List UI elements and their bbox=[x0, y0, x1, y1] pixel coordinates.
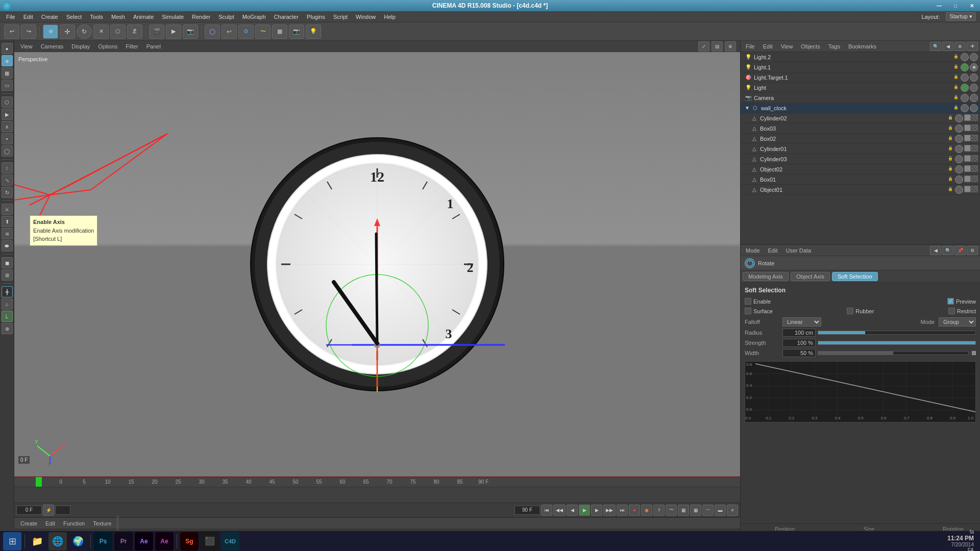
menu-help[interactable]: Help bbox=[380, 13, 400, 21]
wallclock-lock[interactable]: 🔒 bbox=[952, 104, 960, 111]
edge-select[interactable]: ∧ bbox=[2, 121, 13, 132]
after-effects-2-btn[interactable]: Ae bbox=[155, 532, 174, 550]
next-frame[interactable]: ▶▶ bbox=[603, 505, 616, 516]
knife-tool[interactable]: ⚔ bbox=[2, 204, 13, 215]
soft-selection-graph[interactable]: 0.0 0.2 0.4 0.6 0.8 0.0 0.1 0.2 0.3 0.4 … bbox=[745, 361, 976, 422]
falloff-dropdown[interactable]: Linear Ease In Ease Out Smooth bbox=[782, 317, 821, 327]
render-picture[interactable]: 📷 bbox=[183, 24, 198, 39]
menu-mesh[interactable]: Mesh bbox=[107, 13, 129, 21]
obj-item-cyl02[interactable]: △ Cylinder02 🔒 bbox=[741, 113, 980, 123]
edge-mode[interactable]: Ƶ bbox=[127, 24, 142, 39]
vp-menu-view[interactable]: View bbox=[16, 42, 37, 51]
box02-lock[interactable]: 🔒 bbox=[947, 135, 954, 142]
extrude-tool[interactable]: ⬆ bbox=[2, 216, 13, 227]
motion-clip[interactable]: ▬ bbox=[715, 505, 726, 516]
play-btn[interactable]: ▶ bbox=[579, 505, 590, 516]
coord-system[interactable]: ╋ bbox=[2, 286, 13, 297]
obj-item-box01[interactable]: △ Box01 🔒 bbox=[741, 174, 980, 185]
premiere-btn[interactable]: Pr bbox=[114, 532, 133, 550]
attr-menu-edit[interactable]: Edit bbox=[765, 247, 781, 254]
spline-obj[interactable]: 〜 bbox=[255, 24, 271, 39]
obj-add-btn[interactable]: ⊕ bbox=[954, 42, 966, 51]
cyl03-lock[interactable]: 🔒 bbox=[947, 155, 954, 162]
timeline-btn[interactable]: ▦ bbox=[678, 505, 689, 516]
viewport-3d[interactable]: Perspective Enable Axis Enable Axis modi… bbox=[14, 52, 740, 477]
attr-menu-userdata[interactable]: User Data bbox=[783, 247, 815, 254]
camera-vis[interactable] bbox=[961, 94, 969, 102]
mat-menu-edit[interactable]: Edit bbox=[41, 519, 59, 528]
chrome-btn[interactable]: 🌐 bbox=[48, 532, 67, 550]
preview-checkbox[interactable]: ✓ bbox=[947, 298, 954, 305]
tab-soft-selection[interactable]: Soft Selection bbox=[832, 272, 878, 281]
floor[interactable]: ▭ bbox=[2, 80, 13, 91]
obj-item-obj01[interactable]: △ Object01 🔒 bbox=[741, 185, 980, 195]
point-select[interactable]: • bbox=[2, 133, 13, 144]
light2-render[interactable] bbox=[970, 53, 978, 61]
menu-script[interactable]: Script bbox=[329, 13, 352, 21]
cyl01-mat1[interactable] bbox=[964, 145, 971, 152]
camera-lock[interactable]: 🔒 bbox=[952, 94, 960, 101]
lighttarget-render[interactable] bbox=[970, 73, 978, 82]
obj02-vis[interactable] bbox=[955, 165, 963, 173]
box03-vis[interactable] bbox=[955, 124, 963, 133]
width-handle[interactable] bbox=[972, 351, 976, 355]
wallclock-render[interactable] bbox=[970, 104, 978, 112]
cyl01-lock[interactable]: 🔒 bbox=[947, 145, 954, 152]
arabic-browser-btn[interactable]: 🌍 bbox=[69, 532, 87, 550]
vp-menu-display[interactable]: Display bbox=[67, 42, 94, 51]
box02-vis[interactable] bbox=[955, 135, 963, 143]
obj-menu-file[interactable]: File bbox=[743, 43, 758, 50]
mat-menu-create[interactable]: Create bbox=[16, 519, 41, 528]
rotate-btn[interactable]: ↻ bbox=[2, 187, 13, 198]
box02-mat1[interactable] bbox=[964, 135, 971, 141]
next-key[interactable]: ▶ bbox=[591, 505, 602, 516]
obj-menu-view[interactable]: View bbox=[778, 43, 796, 50]
windows-start-btn[interactable]: ⊞ bbox=[3, 532, 21, 550]
obj-item-light1[interactable]: 💡 Light.1 🔒 ◉ bbox=[741, 62, 980, 72]
attr-pin-btn[interactable]: 📌 bbox=[954, 246, 966, 255]
obj02-lock[interactable]: 🔒 bbox=[947, 165, 954, 172]
obj-menu-objects[interactable]: Objects bbox=[798, 43, 823, 50]
box03-lock[interactable]: 🔒 bbox=[947, 124, 954, 132]
obj-item-camera[interactable]: 📷 Camera 🔒 bbox=[741, 93, 980, 103]
lighttarget-vis[interactable] bbox=[961, 73, 969, 82]
mode-dropdown[interactable]: Group All Selected bbox=[939, 317, 976, 327]
snap-tool[interactable]: ⊕ bbox=[2, 323, 13, 334]
tab-modeling-axis[interactable]: Modeling Axis bbox=[743, 272, 789, 281]
obj-item-wallclock[interactable]: ▼ ⬡ wall_clock 🔒 bbox=[741, 103, 980, 113]
mat-menu-texture[interactable]: Texture bbox=[89, 519, 115, 528]
viewport-layout[interactable]: ⊞ bbox=[2, 269, 13, 281]
dope-sheet[interactable]: ▦ bbox=[690, 505, 701, 516]
cyl03-mat2[interactable] bbox=[971, 155, 978, 162]
cinema4d-btn[interactable]: C4D bbox=[221, 532, 239, 550]
obj-menu-edit[interactable]: Edit bbox=[760, 43, 776, 50]
texture-mode[interactable]: ◈ bbox=[2, 55, 13, 66]
menu-animate[interactable]: Animate bbox=[129, 13, 158, 21]
menu-edit[interactable]: Edit bbox=[19, 13, 37, 21]
motion-path[interactable]: 〜 bbox=[666, 505, 677, 516]
rubber-checkbox[interactable] bbox=[847, 308, 853, 314]
box01-vis[interactable] bbox=[955, 176, 963, 184]
menu-create[interactable]: Create bbox=[37, 13, 62, 21]
menu-select[interactable]: Select bbox=[62, 13, 86, 21]
cyl03-vis[interactable] bbox=[955, 155, 963, 163]
move-tool[interactable]: ⊕ bbox=[43, 24, 58, 39]
vp-menu-options[interactable]: Options bbox=[94, 42, 121, 51]
cyl02-lock[interactable]: 🔒 bbox=[947, 114, 954, 121]
vp-icon-1[interactable]: ⤢ bbox=[698, 41, 709, 52]
scale-btn[interactable]: ⤡ bbox=[2, 174, 13, 186]
render-view[interactable]: ▶ bbox=[166, 24, 181, 39]
box01-mat2[interactable] bbox=[971, 176, 978, 182]
strength-track[interactable] bbox=[818, 341, 976, 345]
playhead[interactable] bbox=[36, 477, 42, 487]
generator-obj[interactable]: ⚙ bbox=[238, 24, 254, 39]
menu-plugins[interactable]: Plugins bbox=[303, 13, 329, 21]
close-button[interactable]: ✕ bbox=[964, 0, 980, 11]
light-lock[interactable]: 🔒 bbox=[952, 84, 960, 91]
render-region[interactable]: 🎬 bbox=[149, 24, 164, 39]
bridge-tool[interactable]: ≋ bbox=[2, 228, 13, 239]
magnet-tool[interactable]: ⬬ bbox=[2, 240, 13, 252]
cyl02-vis[interactable] bbox=[955, 114, 963, 122]
cube-obj[interactable]: ⬡ bbox=[205, 24, 220, 39]
obj01-lock[interactable]: 🔒 bbox=[947, 186, 954, 193]
